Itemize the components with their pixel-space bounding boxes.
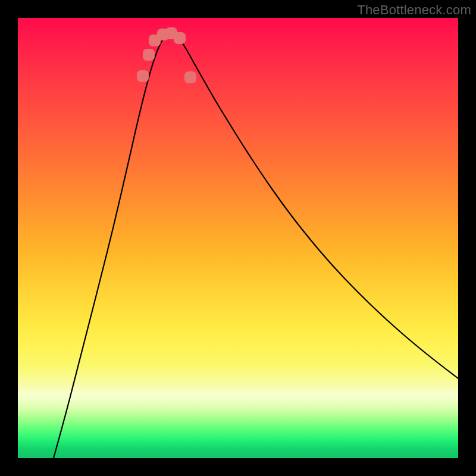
watermark-text: TheBottleneck.com bbox=[357, 2, 471, 18]
chart-svg bbox=[18, 18, 458, 458]
marker-7 bbox=[184, 71, 196, 83]
bottleneck-curve bbox=[54, 34, 458, 458]
marker-1 bbox=[137, 70, 149, 82]
chart-frame bbox=[18, 18, 458, 458]
marker-6 bbox=[174, 32, 186, 44]
marker-group bbox=[137, 27, 196, 83]
marker-2 bbox=[143, 49, 155, 61]
